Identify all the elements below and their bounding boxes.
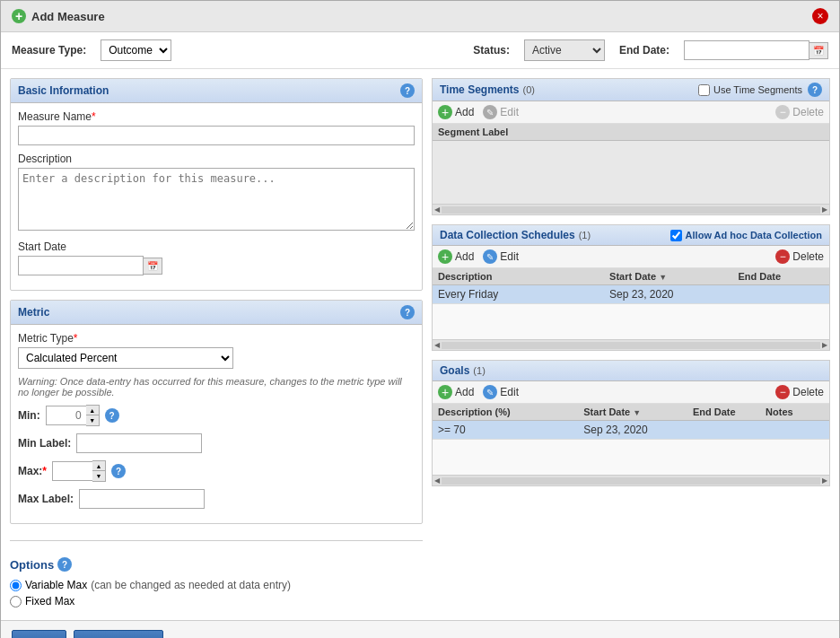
data-collection-header: Data Collection Schedules (1) Allow Ad h…	[433, 225, 829, 246]
goals-count: (1)	[473, 365, 485, 376]
scroll-right-arrow[interactable]: ▶	[822, 341, 827, 349]
time-segments-toolbar: + Add ✎ Edit − Delete	[433, 101, 829, 124]
goals-add-button[interactable]: + Add	[438, 385, 474, 399]
min-label-input[interactable]: Attended	[76, 433, 202, 453]
variable-max-row: Variable Max (can be changed as needed a…	[10, 579, 423, 591]
goals-header: Goals (1)	[433, 361, 829, 381]
scroll-right-arrow[interactable]: ▶	[822, 205, 827, 214]
edit-icon: ✎	[483, 385, 497, 399]
goals-row-description: >= 70	[438, 424, 583, 436]
description-textarea[interactable]	[18, 168, 415, 231]
data-collection-title: Data Collection Schedules	[440, 229, 575, 241]
save-button[interactable]: Save	[12, 630, 66, 638]
allow-adhoc-label[interactable]: Allow Ad hoc Data Collection	[670, 230, 822, 241]
time-segments-help-icon[interactable]: ?	[808, 83, 822, 97]
options-help-icon[interactable]: ?	[57, 557, 72, 572]
min-row: Min: ▲ ▼ ?	[18, 405, 415, 426]
status-select[interactable]: ActiveInactive	[524, 39, 605, 61]
use-time-segments-label[interactable]: Use Time Segments	[698, 84, 802, 96]
goals-table-body: >= 70 Sep 23, 2020	[433, 421, 829, 475]
scroll-left-arrow[interactable]: ◀	[434, 476, 440, 485]
time-segments-table-body	[433, 141, 829, 204]
data-collection-count: (1)	[579, 230, 591, 240]
min-help-icon[interactable]: ?	[105, 408, 119, 423]
allow-adhoc-checkbox[interactable]	[670, 230, 682, 241]
max-up-button[interactable]: ▲	[92, 461, 105, 471]
basic-info-section: Basic Information ? Measure Name* Zoom A…	[10, 78, 423, 291]
goals-title: Goals	[440, 364, 469, 377]
start-date-calendar-button[interactable]: 📅	[144, 258, 162, 275]
start-date-label: Start Date	[18, 240, 415, 253]
goals-row[interactable]: >= 70 Sep 23, 2020	[433, 421, 829, 440]
sort-arrow-icon: ▼	[659, 273, 667, 282]
basic-info-help-icon[interactable]: ?	[400, 83, 415, 98]
use-time-segments-checkbox[interactable]	[698, 84, 710, 96]
basic-info-title: Basic Information	[18, 84, 109, 97]
max-down-button[interactable]: ▼	[92, 471, 105, 481]
scroll-left-arrow[interactable]: ◀	[434, 341, 440, 349]
delete-icon: −	[775, 105, 790, 119]
save-new-button[interactable]: Save & New	[74, 630, 163, 638]
max-spinner: 5 ▲ ▼	[52, 460, 106, 482]
min-spinner-buttons: ▲ ▼	[86, 405, 100, 426]
goals-edit-button[interactable]: ✎ Edit	[483, 385, 519, 399]
goals-section: Goals (1) + Add ✎ Edit	[432, 360, 830, 486]
scroll-left-arrow[interactable]: ◀	[434, 205, 440, 214]
scroll-track	[442, 477, 820, 485]
max-label-input[interactable]: Scheduled Zooms	[79, 489, 205, 509]
measure-type-select[interactable]: OutcomeProcessInput	[101, 39, 171, 61]
description-label: Description	[18, 153, 415, 165]
data-collection-edit-button[interactable]: ✎ Edit	[483, 249, 519, 264]
data-collection-add-button[interactable]: + Add	[438, 249, 474, 264]
basic-info-header: Basic Information ?	[11, 79, 422, 103]
metric-header: Metric ?	[11, 301, 422, 325]
add-icon: +	[438, 385, 452, 399]
time-segments-delete-button[interactable]: − Delete	[775, 105, 824, 119]
goals-end-date-col: End Date	[693, 406, 766, 417]
end-date-input[interactable]	[684, 40, 809, 60]
max-label: Max:*	[18, 465, 47, 477]
dialog-title-text: Add Measure	[31, 10, 105, 23]
delete-icon: −	[775, 249, 790, 264]
options-header: Options ?	[10, 557, 423, 572]
close-button[interactable]: ×	[812, 8, 828, 24]
data-collection-row[interactable]: Every Friday Sep 23, 2020	[433, 285, 829, 304]
max-label-row: Max Label: Scheduled Zooms	[18, 489, 415, 509]
min-value-input[interactable]	[46, 406, 86, 425]
right-panel: Time Segments (0) Use Time Segments ?	[432, 78, 830, 611]
time-segments-scrollbar[interactable]: ◀ ▶	[433, 204, 829, 214]
start-date-input[interactable]: Today	[18, 256, 144, 275]
measure-name-input[interactable]: Zoom Attendance	[18, 126, 415, 145]
data-collection-table-body: Every Friday Sep 23, 2020	[433, 285, 829, 339]
dialog-title: + Add Measure	[12, 9, 105, 23]
metric-help-icon[interactable]: ?	[400, 305, 415, 319]
end-date-field: 📅	[684, 40, 828, 60]
measure-type-label: Measure Type:	[12, 44, 86, 57]
min-down-button[interactable]: ▼	[86, 415, 99, 425]
data-collection-table-header: Description Start Date ▼ End Date	[433, 268, 829, 285]
min-up-button[interactable]: ▲	[86, 406, 99, 415]
add-icon: +	[12, 9, 26, 23]
metric-type-select[interactable]: Calculated PercentCountSumAverage	[18, 347, 233, 369]
goals-scrollbar[interactable]: ◀ ▶	[433, 475, 829, 485]
variable-max-radio[interactable]	[10, 580, 22, 591]
time-segments-edit-button[interactable]: ✎ Edit	[483, 105, 519, 119]
end-date-calendar-button[interactable]: 📅	[809, 42, 828, 59]
delete-icon: −	[775, 385, 790, 399]
goals-delete-button[interactable]: − Delete	[775, 385, 824, 399]
max-label-field-label: Max Label:	[18, 493, 74, 505]
metric-title: Metric	[18, 306, 49, 319]
time-segments-table-header: Segment Label	[433, 124, 829, 141]
variable-max-label: Variable Max	[25, 579, 87, 591]
add-icon: +	[438, 105, 452, 119]
scroll-right-arrow[interactable]: ▶	[822, 476, 827, 485]
time-segments-section: Time Segments (0) Use Time Segments ?	[432, 78, 830, 215]
data-collection-scrollbar[interactable]: ◀ ▶	[433, 339, 829, 350]
time-segments-add-button[interactable]: + Add	[438, 105, 474, 119]
goals-row-start-date: Sep 23, 2020	[583, 424, 693, 436]
max-help-icon[interactable]: ?	[111, 464, 126, 478]
data-collection-delete-button[interactable]: − Delete	[775, 249, 824, 264]
measure-name-row: Measure Name* Zoom Attendance	[18, 110, 415, 145]
fixed-max-radio[interactable]	[10, 596, 22, 607]
max-value-input[interactable]: 5	[52, 461, 92, 481]
